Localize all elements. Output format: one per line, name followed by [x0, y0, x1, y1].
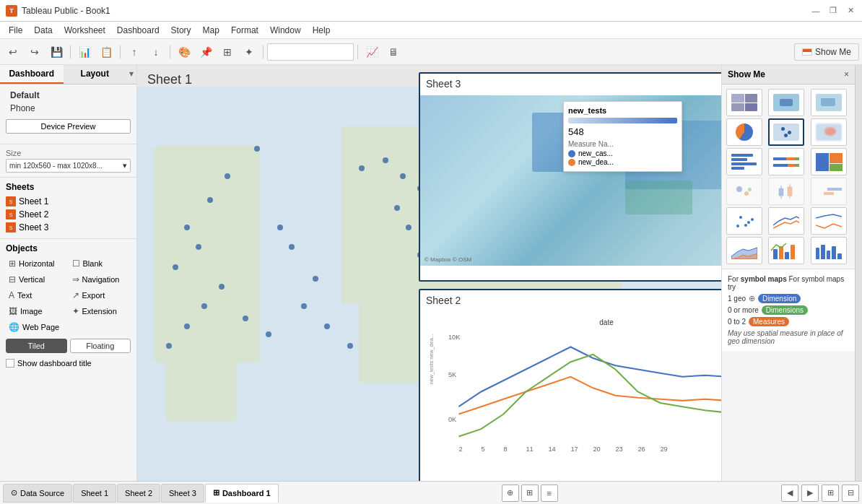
panel-tabs: Dashboard Layout ▾: [0, 65, 136, 84]
sheet3-title: Sheet 3: [426, 78, 461, 90]
right-scrollbar[interactable]: [855, 65, 862, 481]
object-label-image: Image: [20, 307, 43, 316]
chart-thumb-text-table[interactable]: [726, 89, 762, 116]
show-me-button[interactable]: Show Me: [794, 43, 859, 61]
chart-thumb-box-whisker[interactable]: [768, 178, 804, 205]
floating-button[interactable]: Floating: [70, 339, 131, 353]
menu-item-map[interactable]: Map: [197, 24, 225, 37]
chart-thumb-symbol-map[interactable]: [768, 118, 804, 146]
size-chevron-icon: ▾: [123, 161, 127, 170]
chart-thumb-map-filled[interactable]: [768, 89, 804, 116]
menu-item-worksheet[interactable]: Worksheet: [58, 24, 111, 37]
tiled-button[interactable]: Tiled: [6, 339, 67, 353]
object-vertical[interactable]: ⊟ Vertical: [6, 272, 68, 287]
panel-tab-arrow[interactable]: ▾: [126, 65, 136, 84]
bar-row: [731, 167, 744, 170]
map-dot: [394, 205, 400, 211]
object-export[interactable]: ↗ Export: [69, 288, 131, 303]
menu-item-data[interactable]: Data: [28, 24, 58, 37]
tab-options[interactable]: ⊟: [842, 485, 859, 502]
toolbar-sort-asc[interactable]: ↑: [124, 42, 144, 62]
device-list: Default Phone: [6, 89, 131, 115]
device-preview-button[interactable]: Device Preview: [6, 119, 131, 134]
tab-layout[interactable]: Layout: [64, 65, 127, 84]
toolbar-color[interactable]: 🎨: [174, 42, 194, 62]
object-webpage[interactable]: 🌐 Web Page: [6, 320, 68, 334]
tab-nav-next[interactable]: ▶: [801, 485, 819, 502]
hint-title: For symbol maps For symbol maps try: [728, 275, 849, 291]
object-horizontal[interactable]: ⊞ Horizontal: [6, 256, 68, 271]
tab-datasource[interactable]: ⊙ Data Source: [3, 484, 72, 503]
size-dropdown[interactable]: min 120x560 - max 1020x8... ▾: [6, 159, 131, 173]
menu-item-help[interactable]: Help: [307, 24, 336, 37]
maximize-button[interactable]: ❐: [827, 5, 839, 17]
chart-thumb-pie[interactable]: [726, 118, 762, 146]
toolbar-fit[interactable]: ⊞: [217, 42, 238, 62]
toolbar-undo[interactable]: ↩: [3, 42, 23, 62]
sheet3-attribution: © Mapbox © OSM: [425, 256, 471, 263]
sheet-name-2: Sheet 2: [19, 209, 48, 220]
show-title-checkbox[interactable]: [6, 359, 14, 368]
toolbar-sort-desc[interactable]: ↓: [146, 42, 166, 62]
map-dot: [289, 244, 295, 250]
chart-thumb-density[interactable]: [811, 118, 847, 146]
objects-grid: ⊞ Horizontal ☐ Blank ⊟ Vertical ⇒ Naviga…: [6, 256, 131, 334]
tab-sheet3-label: Sheet 3: [169, 489, 196, 498]
menu-item-format[interactable]: Format: [225, 24, 264, 37]
menu-item-file[interactable]: File: [3, 24, 28, 37]
chart-thumb-map2[interactable]: [811, 89, 847, 116]
close-button[interactable]: ✕: [845, 5, 856, 17]
object-label-blank: Blank: [83, 259, 103, 268]
menu-item-story[interactable]: Story: [165, 24, 197, 37]
menu-item-window[interactable]: Window: [264, 24, 307, 37]
minimize-button[interactable]: —: [810, 5, 822, 17]
map-dot: [277, 225, 283, 230]
tab-sheet2[interactable]: Sheet 2: [117, 484, 160, 503]
chart-thumb-line[interactable]: [768, 207, 804, 235]
tab-dashboard[interactable]: Dashboard: [0, 65, 64, 84]
duplicate-sheet-button[interactable]: ⊞: [521, 485, 539, 502]
chart-thumb-area[interactable]: [726, 237, 762, 264]
chart-thumb-bar-v[interactable]: [811, 237, 847, 264]
cell: [745, 94, 758, 103]
object-image[interactable]: 🖼 Image: [6, 304, 68, 318]
toolbar-paste[interactable]: 📋: [96, 42, 116, 62]
device-phone[interactable]: Phone: [6, 102, 131, 115]
menu-item-dashboard[interactable]: Dashboard: [111, 24, 165, 37]
tab-sheet3[interactable]: Sheet 3: [161, 484, 204, 503]
chart-thumb-dual-line[interactable]: [811, 207, 847, 235]
sort-sheets-button[interactable]: ≡: [541, 485, 558, 502]
chart-thumb-treemap[interactable]: [811, 148, 847, 175]
mini-bar-horizontal: [731, 153, 757, 170]
toolbar-redo[interactable]: ↪: [25, 42, 45, 62]
chart-thumb-scatter[interactable]: [726, 207, 762, 235]
tab-dashboard1[interactable]: ⊞ Dashboard 1: [205, 484, 279, 503]
chart-thumb-circle[interactable]: [726, 178, 762, 205]
tab-nav-prev[interactable]: ◀: [781, 485, 798, 502]
chart-thumb-gantt[interactable]: [811, 178, 847, 205]
symbol-maps-label: symbol maps: [741, 275, 787, 283]
toolbar-new-ds[interactable]: 📊: [74, 42, 95, 62]
toolbar-dropdown[interactable]: [267, 43, 354, 61]
toolbar-chart[interactable]: 📈: [362, 42, 382, 62]
object-navigation[interactable]: ⇒ Navigation: [69, 272, 131, 287]
object-blank[interactable]: ☐ Blank: [69, 256, 131, 271]
chart-thumb-bar-h[interactable]: [726, 148, 762, 175]
object-text[interactable]: A Text: [6, 288, 68, 303]
chart-thumb-stacked-bar-h[interactable]: [768, 148, 804, 175]
mini-dual-line: [816, 212, 842, 230]
device-default[interactable]: Default: [6, 89, 131, 102]
tab-grid-view[interactable]: ⊞: [822, 485, 839, 502]
sheet-item-1[interactable]: S Sheet 1: [6, 195, 131, 208]
toolbar-highlight[interactable]: ✦: [239, 42, 259, 62]
toolbar-monitor[interactable]: 🖥: [383, 42, 404, 62]
tab-sheet1[interactable]: Sheet 1: [73, 484, 116, 503]
add-sheet-button[interactable]: ⊕: [502, 485, 519, 502]
toolbar-save[interactable]: 💾: [46, 42, 66, 62]
object-extension[interactable]: ✦ Extension: [69, 304, 131, 318]
sheet-item-3[interactable]: S Sheet 3: [6, 221, 131, 234]
toolbar-annotate[interactable]: 📌: [196, 42, 216, 62]
chart-thumb-dual-axis[interactable]: [768, 237, 804, 264]
show-me-close-button[interactable]: ×: [844, 69, 849, 79]
sheet-item-2[interactable]: S Sheet 2: [6, 208, 131, 221]
